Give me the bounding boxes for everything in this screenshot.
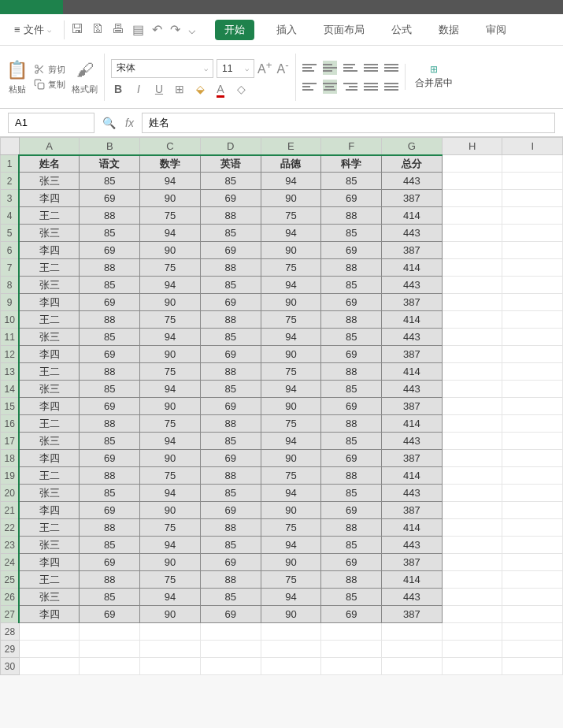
cell-G7[interactable]: 414 — [382, 259, 443, 277]
cell-A1[interactable]: 姓名 — [19, 155, 80, 173]
cell-D25[interactable]: 88 — [200, 571, 261, 589]
cell-E11[interactable]: 94 — [261, 329, 321, 346]
row-header-17[interactable]: 17 — [1, 433, 20, 450]
column-header-E[interactable]: E — [261, 138, 321, 155]
cell-A25[interactable]: 王二 — [19, 571, 80, 589]
cell-C13[interactable]: 75 — [140, 363, 201, 381]
increase-font-icon[interactable]: A+ — [257, 59, 272, 76]
cell-I26[interactable] — [502, 589, 563, 606]
cell-I23[interactable] — [502, 537, 563, 554]
cell-F18[interactable]: 69 — [321, 450, 382, 467]
cell-F26[interactable]: 85 — [321, 589, 382, 606]
row-header-23[interactable]: 23 — [1, 537, 20, 554]
row-header-22[interactable]: 22 — [1, 519, 20, 537]
cell-I2[interactable] — [502, 173, 563, 190]
row-header-15[interactable]: 15 — [1, 398, 20, 415]
cell-H16[interactable] — [442, 415, 502, 433]
cell-I17[interactable] — [502, 433, 563, 450]
redo-icon[interactable]: ↷ — [170, 22, 180, 37]
cell-C27[interactable]: 90 — [140, 606, 201, 623]
cell-B25[interactable]: 88 — [80, 571, 140, 589]
select-all-corner[interactable] — [1, 138, 20, 155]
cell-I28[interactable] — [502, 623, 563, 641]
row-header-28[interactable]: 28 — [1, 623, 20, 641]
cell-F17[interactable]: 85 — [321, 433, 382, 450]
align-bottom-button[interactable] — [343, 61, 357, 75]
cell-F1[interactable]: 科学 — [321, 155, 382, 173]
column-header-F[interactable]: F — [321, 138, 382, 155]
column-header-D[interactable]: D — [200, 138, 261, 155]
cell-I4[interactable] — [502, 207, 563, 225]
cell-D10[interactable]: 88 — [200, 311, 261, 329]
cell-A13[interactable]: 王二 — [19, 363, 80, 381]
cell-B13[interactable]: 88 — [80, 363, 140, 381]
cell-B27[interactable]: 69 — [80, 606, 140, 623]
column-header-A[interactable]: A — [19, 138, 80, 155]
row-header-10[interactable]: 10 — [1, 311, 20, 329]
cell-I14[interactable] — [502, 381, 563, 398]
cell-A14[interactable]: 张三 — [19, 381, 80, 398]
cell-A29[interactable] — [19, 641, 80, 658]
magnify-icon[interactable]: 🔍 — [102, 117, 116, 129]
cell-C29[interactable] — [140, 641, 201, 658]
cell-B11[interactable]: 85 — [80, 329, 140, 346]
cell-B24[interactable]: 69 — [80, 554, 140, 571]
cell-H24[interactable] — [442, 554, 502, 571]
cell-A24[interactable]: 李四 — [19, 554, 80, 571]
row-header-8[interactable]: 8 — [1, 277, 20, 294]
cell-G5[interactable]: 443 — [382, 225, 443, 242]
cell-G12[interactable]: 387 — [382, 346, 443, 363]
active-workbook-tab[interactable] — [0, 0, 63, 14]
cell-B30[interactable] — [80, 658, 140, 675]
cell-A16[interactable]: 王二 — [19, 415, 80, 433]
cell-D9[interactable]: 69 — [200, 294, 261, 311]
cell-C5[interactable]: 94 — [140, 225, 201, 242]
cell-I29[interactable] — [502, 641, 563, 658]
align-top-button[interactable] — [302, 61, 317, 75]
cell-E10[interactable]: 75 — [261, 311, 321, 329]
cell-E29[interactable] — [261, 641, 321, 658]
cell-F7[interactable]: 88 — [321, 259, 382, 277]
cell-E18[interactable]: 90 — [261, 450, 321, 467]
cell-F15[interactable]: 69 — [321, 398, 382, 415]
cell-A23[interactable]: 张三 — [19, 537, 80, 554]
cell-E26[interactable]: 94 — [261, 589, 321, 606]
cell-G4[interactable]: 414 — [382, 207, 443, 225]
align-left-button[interactable] — [302, 80, 317, 94]
cell-F28[interactable] — [321, 623, 382, 641]
cell-A2[interactable]: 张三 — [19, 173, 80, 190]
cell-H7[interactable] — [442, 259, 502, 277]
cell-B20[interactable]: 85 — [80, 485, 140, 502]
underline-button[interactable]: U — [152, 83, 166, 95]
cell-H9[interactable] — [442, 294, 502, 311]
cell-G8[interactable]: 443 — [382, 277, 443, 294]
cell-E16[interactable]: 75 — [261, 415, 321, 433]
cell-H11[interactable] — [442, 329, 502, 346]
cell-A3[interactable]: 李四 — [19, 190, 80, 207]
formula-input[interactable] — [142, 113, 555, 133]
cell-G20[interactable]: 443 — [382, 485, 443, 502]
fx-icon[interactable]: fx — [125, 117, 134, 129]
cell-H17[interactable] — [442, 433, 502, 450]
cell-A7[interactable]: 王二 — [19, 259, 80, 277]
cell-H14[interactable] — [442, 381, 502, 398]
row-header-25[interactable]: 25 — [1, 571, 20, 589]
cell-H28[interactable] — [442, 623, 502, 641]
cell-G27[interactable]: 387 — [382, 606, 443, 623]
row-header-3[interactable]: 3 — [1, 190, 20, 207]
cell-I27[interactable] — [502, 606, 563, 623]
column-header-G[interactable]: G — [382, 138, 443, 155]
cell-F19[interactable]: 88 — [321, 467, 382, 485]
cell-A4[interactable]: 王二 — [19, 207, 80, 225]
cell-I11[interactable] — [502, 329, 563, 346]
clear-format-button[interactable]: ◇ — [234, 83, 248, 95]
cell-B14[interactable]: 85 — [80, 381, 140, 398]
align-right-button[interactable] — [343, 80, 357, 94]
cell-D27[interactable]: 69 — [200, 606, 261, 623]
row-header-21[interactable]: 21 — [1, 502, 20, 519]
cell-H18[interactable] — [442, 450, 502, 467]
row-header-26[interactable]: 26 — [1, 589, 20, 606]
cell-B7[interactable]: 88 — [80, 259, 140, 277]
save-as-icon[interactable]: 🖻 — [91, 22, 104, 37]
cell-G11[interactable]: 443 — [382, 329, 443, 346]
